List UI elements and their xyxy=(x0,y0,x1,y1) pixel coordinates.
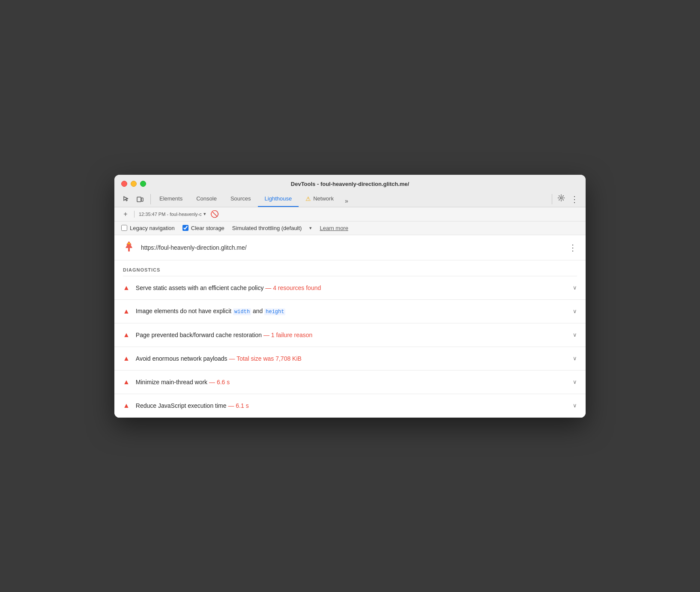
warning-icon-jsexec: ▲ xyxy=(123,402,130,410)
tab-console[interactable]: Console xyxy=(189,191,224,207)
diagnostics-section: DIAGNOSTICS xyxy=(114,260,586,276)
tab-lighthouse[interactable]: Lighthouse xyxy=(258,191,299,207)
warning-icon-cache: ▲ xyxy=(123,284,130,292)
throttling-dropdown[interactable]: ▾ xyxy=(309,225,312,231)
diagnostic-item[interactable]: ▲ Reduce JavaScript execution time — 6.1… xyxy=(114,394,586,418)
more-tabs-button[interactable]: » xyxy=(341,195,353,207)
svg-rect-1 xyxy=(141,198,143,201)
new-analysis-button[interactable]: + xyxy=(121,210,130,218)
legacy-nav-checkbox[interactable] xyxy=(121,225,127,231)
blocked-icon[interactable]: 🚫 xyxy=(210,210,219,218)
subbar: + 12:35:47 PM - foul-heavenly-c ▾ 🚫 xyxy=(114,207,586,221)
diag-text-cache: Serve static assets with an efficient ca… xyxy=(136,284,567,291)
inspect-icon[interactable] xyxy=(121,194,132,204)
diag-text-payloads: Avoid enormous network payloads — Total … xyxy=(136,355,567,362)
subbar-divider xyxy=(134,211,135,218)
tab-elements[interactable]: Elements xyxy=(153,191,189,207)
diagnostics-heading: DIAGNOSTICS xyxy=(123,267,577,272)
throttling-label: Simulated throttling (default) xyxy=(232,225,302,231)
tabs-container: Elements Console Sources Lighthouse ⚠ Ne… xyxy=(153,191,552,207)
url-bar-more-button[interactable]: ⋮ xyxy=(568,243,577,252)
close-button[interactable] xyxy=(121,181,127,187)
clear-storage-checkbox[interactable] xyxy=(182,225,188,231)
devtools-window: DevTools - foul-heavenly-direction.glitc… xyxy=(114,175,586,418)
more-options-icon[interactable]: ⋮ xyxy=(570,194,579,204)
diagnostic-item[interactable]: ▲ Minimize main-thread work — 6.6 s ∨ xyxy=(114,371,586,394)
titlebar: DevTools - foul-heavenly-direction.glitc… xyxy=(114,175,586,207)
tab-sources[interactable]: Sources xyxy=(224,191,258,207)
warning-icon-payloads: ▲ xyxy=(123,355,130,362)
tab-network[interactable]: ⚠ Network xyxy=(299,191,341,207)
traffic-lights xyxy=(121,181,146,187)
legacy-nav-label[interactable]: Legacy navigation xyxy=(121,225,175,231)
content-area: https://foul-heavenly-direction.glitch.m… xyxy=(114,235,586,418)
lighthouse-logo-icon xyxy=(123,240,135,255)
diagnostic-item[interactable]: ▲ Image elements do not have explicit wi… xyxy=(114,300,586,323)
learn-more-link[interactable]: Learn more xyxy=(320,225,348,231)
device-toggle-icon[interactable] xyxy=(135,194,145,204)
svg-rect-0 xyxy=(137,197,141,202)
window-title: DevTools - foul-heavenly-direction.glitc… xyxy=(291,181,409,187)
chevron-icon-bfcache: ∨ xyxy=(573,332,577,338)
toolbar-right: ⋮ xyxy=(552,194,579,204)
warning-icon-mainthread: ▲ xyxy=(123,378,130,386)
diag-text-bfcache: Page prevented back/forward cache restor… xyxy=(136,332,567,338)
chevron-icon-image: ∨ xyxy=(573,308,577,314)
session-dropdown[interactable]: 12:35:47 PM - foul-heavenly-c ▾ xyxy=(139,211,206,217)
svg-point-2 xyxy=(560,197,562,199)
warning-icon-image: ▲ xyxy=(123,308,130,315)
svg-rect-4 xyxy=(128,243,130,244)
settings-icon[interactable] xyxy=(557,194,565,204)
options-bar: Legacy navigation Clear storage Simulate… xyxy=(114,221,586,235)
toolbar: Elements Console Sources Lighthouse ⚠ Ne… xyxy=(121,191,579,207)
chevron-icon-jsexec: ∨ xyxy=(573,402,577,409)
diagnostic-item[interactable]: ▲ Page prevented back/forward cache rest… xyxy=(114,323,586,347)
chevron-icon-cache: ∨ xyxy=(573,284,577,291)
toolbar-icons xyxy=(121,194,151,204)
chevron-icon-mainthread: ∨ xyxy=(573,379,577,385)
network-warning-icon: ⚠ xyxy=(305,195,311,202)
minimize-button[interactable] xyxy=(131,181,137,187)
warning-icon-bfcache: ▲ xyxy=(123,331,130,339)
maximize-button[interactable] xyxy=(140,181,146,187)
diag-text-image: Image elements do not have explicit widt… xyxy=(136,308,567,315)
diag-text-jsexec: Reduce JavaScript execution time — 6.1 s xyxy=(136,402,567,409)
diag-text-mainthread: Minimize main-thread work — 6.6 s xyxy=(136,379,567,386)
clear-storage-label[interactable]: Clear storage xyxy=(182,225,224,231)
diagnostic-item[interactable]: ▲ Avoid enormous network payloads — Tota… xyxy=(114,347,586,371)
url-bar: https://foul-heavenly-direction.glitch.m… xyxy=(114,235,586,260)
diagnostic-item[interactable]: ▲ Serve static assets with an efficient … xyxy=(114,276,586,300)
chevron-icon-payloads: ∨ xyxy=(573,355,577,362)
url-text: https://foul-heavenly-direction.glitch.m… xyxy=(141,244,562,251)
svg-marker-3 xyxy=(126,241,132,251)
